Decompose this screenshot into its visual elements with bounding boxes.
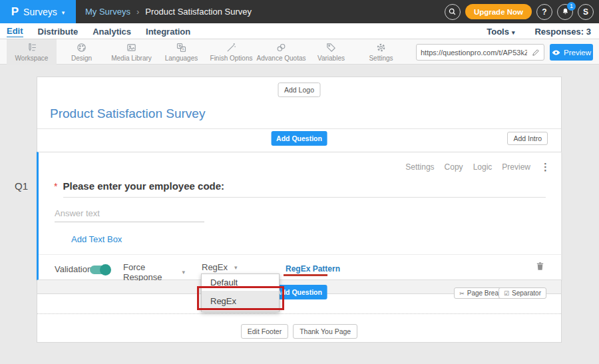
chevron-down-icon: ▾ <box>62 8 65 16</box>
scissors-icon: ✂ <box>459 290 465 297</box>
image-icon <box>126 42 137 53</box>
add-intro-button[interactable]: Add Intro <box>507 132 548 145</box>
chevron-down-icon: ▾ <box>182 269 185 275</box>
links-icon <box>276 42 287 53</box>
toolbar-item-variables[interactable]: Variables <box>306 39 356 65</box>
annotation-red-box <box>197 286 284 310</box>
editor-toolbar: Workspace Design Media Library A Languag… <box>0 39 599 65</box>
regex-pattern-link[interactable]: RegEx Pattern <box>286 264 340 273</box>
add-question-button-top[interactable]: Add Question <box>271 131 327 146</box>
upgrade-now-button[interactable]: Upgrade Now <box>465 4 532 19</box>
workspace-icon <box>26 42 37 53</box>
toolbar-items: Workspace Design Media Library A Languag… <box>7 39 406 65</box>
tag-icon <box>325 42 337 53</box>
tab-edit[interactable]: Edit <box>7 26 23 37</box>
tab-integration[interactable]: Integration <box>146 27 190 37</box>
questionpro-survey-editor: P Surveys ▾ My Surveys › Product Satisfa… <box>0 0 599 364</box>
translate-icon: A <box>176 42 187 53</box>
edit-footer-button[interactable]: Edit Footer <box>241 324 288 339</box>
responses-count[interactable]: Responses: 3 <box>534 27 591 37</box>
checkbox-icon: ☑ <box>504 290 509 297</box>
question-block: Settings Copy Logic Preview ⋮ * Please e… <box>37 152 562 280</box>
kebab-menu-icon[interactable]: ⋮ <box>540 161 550 173</box>
separator-button[interactable]: ☑ Separator <box>499 287 546 299</box>
account-avatar[interactable]: S <box>578 4 594 20</box>
question-settings-link[interactable]: Settings <box>405 162 434 172</box>
palette-icon <box>76 42 87 53</box>
questionpro-logo-icon: P <box>11 5 19 19</box>
toolbar-item-advance-quotas[interactable]: Advance Quotas <box>256 39 306 65</box>
divider <box>37 313 561 314</box>
nav-tabs: Edit Distribute Analytics Integration <box>7 23 190 39</box>
wand-icon <box>226 42 237 53</box>
survey-card: Add Logo Product Satisfaction Survey Add… <box>37 77 562 343</box>
required-asterisk: * <box>54 181 57 192</box>
topbar-actions: Upgrade Now ? 1 S <box>445 0 594 23</box>
breadcrumb-current-survey: Product Satisfaction Survey <box>145 7 252 17</box>
chevron-down-icon: ▾ <box>512 29 515 36</box>
breadcrumb-separator-icon: › <box>136 7 139 17</box>
breadcrumb-my-surveys[interactable]: My Surveys <box>85 7 130 17</box>
add-logo-button[interactable]: Add Logo <box>278 83 321 97</box>
question-logic-link[interactable]: Logic <box>473 162 493 172</box>
divider <box>63 197 546 198</box>
breadcrumb: My Surveys › Product Satisfaction Survey <box>85 0 252 23</box>
notification-badge: 1 <box>567 2 576 11</box>
toolbar-item-workspace[interactable]: Workspace <box>7 39 57 65</box>
divider <box>37 128 561 129</box>
help-button[interactable]: ? <box>536 4 552 20</box>
toolbar-item-languages[interactable]: A Languages <box>156 39 206 65</box>
toolbar-item-design[interactable]: Design <box>57 39 106 65</box>
footer-buttons: Edit Footer Thank You Page <box>37 324 561 339</box>
avatar-initial: S <box>583 7 588 17</box>
validation-label: Validation <box>55 264 92 274</box>
divider <box>39 254 561 255</box>
survey-nav-bar: Edit Distribute Analytics Integration To… <box>0 23 599 39</box>
question-text[interactable]: Please enter your employee code: <box>63 180 224 192</box>
product-switcher[interactable]: P Surveys ▾ <box>0 0 76 23</box>
validation-toggle[interactable] <box>90 266 110 274</box>
tools-menu[interactable]: Tools▾ <box>487 27 514 37</box>
question-copy-link[interactable]: Copy <box>445 162 463 172</box>
edit-pencil-icon[interactable] <box>532 49 540 57</box>
question-preview-link[interactable]: Preview <box>502 162 530 172</box>
nav-right-group: Tools▾ Responses: 3 <box>487 23 591 39</box>
survey-url-box <box>416 44 544 61</box>
product-switcher-label: Surveys <box>23 7 57 17</box>
question-actions: Settings Copy Logic Preview ⋮ <box>405 161 550 173</box>
chevron-down-icon: ▾ <box>234 264 238 271</box>
toolbar-item-finish-options[interactable]: Finish Options <box>206 39 256 65</box>
top-header: P Surveys ▾ My Surveys › Product Satisfa… <box>0 0 599 23</box>
trash-icon[interactable] <box>535 261 545 272</box>
tab-analytics[interactable]: Analytics <box>93 27 131 37</box>
search-button[interactable] <box>445 4 461 20</box>
question-text-row: * Please enter your employee code: <box>54 180 224 192</box>
tab-distribute[interactable]: Distribute <box>38 27 79 37</box>
annotation-red-underline <box>284 274 327 276</box>
answer-text-input[interactable] <box>55 208 204 222</box>
thank-you-page-button[interactable]: Thank You Page <box>293 324 357 339</box>
toolbar-item-media-library[interactable]: Media Library <box>106 39 156 65</box>
search-icon <box>448 7 457 16</box>
notifications-button[interactable]: 1 <box>557 4 573 20</box>
toggle-knob <box>100 264 111 275</box>
gear-icon <box>375 42 387 53</box>
add-text-box-link[interactable]: Add Text Box <box>71 234 122 244</box>
question-mark-icon: ? <box>542 7 546 17</box>
toolbar-item-settings[interactable]: Settings <box>356 39 406 65</box>
survey-url-input[interactable] <box>421 49 527 57</box>
preview-button[interactable]: Preview <box>550 44 593 61</box>
eye-icon <box>552 49 560 56</box>
svg-text:A: A <box>182 48 185 51</box>
survey-title: Product Satisfaction Survey <box>50 106 205 121</box>
question-number: Q1 <box>15 180 28 192</box>
